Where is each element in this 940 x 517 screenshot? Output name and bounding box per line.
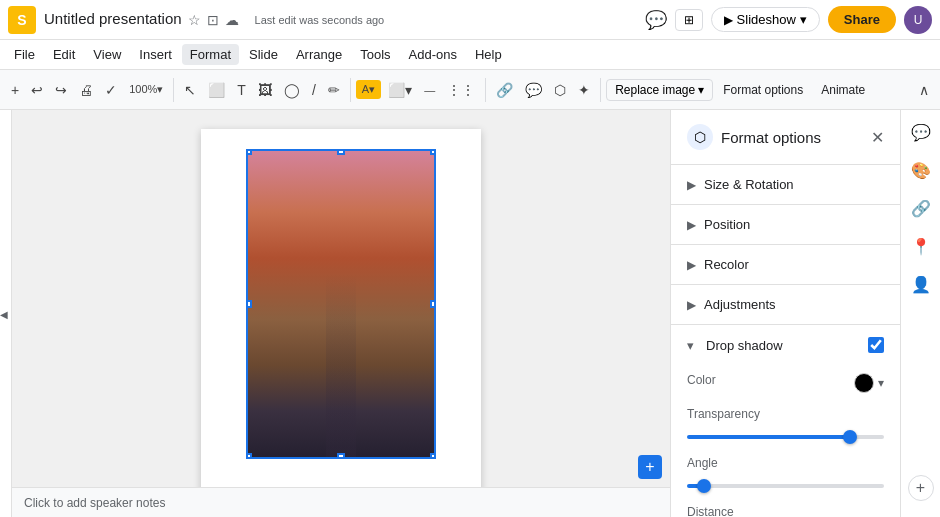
topbar: S Untitled presentation ☆ ⊡ ☁ Last edit … xyxy=(0,0,940,40)
shapes-button[interactable]: ◯ xyxy=(279,78,305,102)
menu-file[interactable]: File xyxy=(6,44,43,65)
replace-image-button[interactable]: Replace image ▾ xyxy=(606,79,713,101)
side-icon-link[interactable]: 🔗 xyxy=(907,194,935,222)
slide-container[interactable] xyxy=(201,129,481,499)
image-button[interactable]: 🖼 xyxy=(253,78,277,102)
handle-bl[interactable] xyxy=(246,453,252,459)
animate-button[interactable]: Animate xyxy=(813,80,873,100)
title-area: Untitled presentation ☆ ⊡ ☁ xyxy=(44,10,239,29)
link-button[interactable]: 🔗 xyxy=(491,78,518,102)
adjustments-header[interactable]: ▶ Adjustments xyxy=(671,285,900,324)
select-button[interactable]: ⬜ xyxy=(203,78,230,102)
color-swatch[interactable] xyxy=(854,373,874,393)
toolbar-separator-2 xyxy=(350,78,351,102)
canvas-area: Click to add speaker notes + xyxy=(12,110,670,517)
transparency-slider[interactable] xyxy=(687,435,884,439)
more-button[interactable]: ⋮⋮ xyxy=(442,78,480,102)
zoom-in-button[interactable]: + xyxy=(6,78,24,102)
menu-arrange[interactable]: Arrange xyxy=(288,44,350,65)
add-element-button[interactable]: + xyxy=(638,455,662,479)
share-button[interactable]: Share xyxy=(828,6,896,33)
menu-format[interactable]: Format xyxy=(182,44,239,65)
handle-bc[interactable] xyxy=(337,453,345,459)
print-button[interactable]: 🖨 xyxy=(74,78,98,102)
panel-collapse-arrow[interactable]: ◀ xyxy=(0,308,8,319)
recolor-label: Recolor xyxy=(704,257,749,272)
color-label: Color xyxy=(687,373,716,387)
speaker-notes-bar[interactable]: Click to add speaker notes xyxy=(12,487,670,517)
size-rotation-header[interactable]: ▶ Size & Rotation xyxy=(671,165,900,204)
panel-icon: ⬡ xyxy=(687,124,713,150)
replace-image-dropdown: ▾ xyxy=(698,83,704,97)
menu-view[interactable]: View xyxy=(85,44,129,65)
cloud-icon[interactable]: ☁ xyxy=(225,12,239,28)
handle-mr[interactable] xyxy=(430,300,436,308)
apps-grid-button[interactable]: ⊞ xyxy=(675,9,703,31)
angle-slider[interactable] xyxy=(687,484,884,488)
toolbar-collapse-button[interactable]: ∧ xyxy=(914,78,934,102)
menu-insert[interactable]: Insert xyxy=(131,44,180,65)
handle-tc[interactable] xyxy=(337,149,345,155)
cursor-button[interactable]: ↖ xyxy=(179,78,201,102)
distance-control: Distance xyxy=(687,505,884,517)
dropshadow-header[interactable]: ▾ Drop shadow xyxy=(671,325,900,365)
avatar[interactable]: U xyxy=(904,6,932,34)
crop-button[interactable]: ⬡ xyxy=(549,78,571,102)
adjustments-label: Adjustments xyxy=(704,297,776,312)
side-icon-person[interactable]: 👤 xyxy=(907,270,935,298)
toolbar-separator-1 xyxy=(173,78,174,102)
comment-toolbar-button[interactable]: 💬 xyxy=(520,78,547,102)
position-header[interactable]: ▶ Position xyxy=(671,205,900,244)
color-dropdown-arrow[interactable]: ▾ xyxy=(878,376,884,390)
lines-button[interactable]: / xyxy=(307,78,321,102)
toolbar: + ↩ ↪ 🖨 ✓ 100%▾ ↖ ⬜ T 🖼 ◯ / ✏ A▾ ⬜▾ — ⋮⋮… xyxy=(0,70,940,110)
play-icon: ▶ xyxy=(724,13,733,27)
spellcheck-button[interactable]: ✓ xyxy=(100,78,122,102)
slide-panel: ◀ xyxy=(0,110,12,517)
handle-tl[interactable] xyxy=(246,149,252,155)
drive-icon[interactable]: ⊡ xyxy=(207,12,219,28)
side-icon-map[interactable]: 📍 xyxy=(907,232,935,260)
recolor-header[interactable]: ▶ Recolor xyxy=(671,245,900,284)
effects-button[interactable]: ✦ xyxy=(573,78,595,102)
comment-button[interactable]: 💬 xyxy=(645,9,667,31)
app-icon: S xyxy=(8,6,36,34)
dropshadow-checkbox[interactable] xyxy=(868,337,884,353)
menu-addons[interactable]: Add-ons xyxy=(401,44,465,65)
undo-button[interactable]: ↩ xyxy=(26,78,48,102)
star-icon[interactable]: ☆ xyxy=(188,12,201,28)
slide-image[interactable] xyxy=(246,149,436,459)
toolbar-separator-4 xyxy=(600,78,601,102)
redo-button[interactable]: ↪ xyxy=(50,78,72,102)
distance-label: Distance xyxy=(687,505,884,517)
handle-ml[interactable] xyxy=(246,300,252,308)
text-button[interactable]: T xyxy=(232,78,251,102)
slideshow-button[interactable]: ▶ Slideshow ▾ xyxy=(711,7,820,32)
side-plus-button[interactable]: + xyxy=(908,475,934,501)
transparency-label: Transparency xyxy=(687,407,884,421)
fill-button[interactable]: A▾ xyxy=(356,80,381,99)
side-icon-palette[interactable]: 🎨 xyxy=(907,156,935,184)
recolor-chevron: ▶ xyxy=(687,258,696,272)
topbar-right: 💬 ⊞ ▶ Slideshow ▾ Share U xyxy=(645,6,932,34)
font-size-button[interactable]: — xyxy=(419,80,440,100)
panel-close-button[interactable]: ✕ xyxy=(871,128,884,147)
pen-button[interactable]: ✏ xyxy=(323,78,345,102)
position-label: Position xyxy=(704,217,750,232)
doc-title[interactable]: Untitled presentation xyxy=(44,10,182,27)
menu-slide[interactable]: Slide xyxy=(241,44,286,65)
panel-header: ⬡ Format options ✕ xyxy=(671,110,900,165)
color-control: Color ▾ xyxy=(687,373,884,393)
zoom-select[interactable]: 100%▾ xyxy=(124,79,168,100)
handle-br[interactable] xyxy=(430,453,436,459)
menu-tools[interactable]: Tools xyxy=(352,44,398,65)
side-icon-chat[interactable]: 💬 xyxy=(907,118,935,146)
menu-help[interactable]: Help xyxy=(467,44,510,65)
format-options-button[interactable]: Format options xyxy=(715,80,811,100)
handle-tr[interactable] xyxy=(430,149,436,155)
size-rotation-section: ▶ Size & Rotation xyxy=(671,165,900,205)
border-button[interactable]: ⬜▾ xyxy=(383,78,417,102)
dropshadow-section: ▾ Drop shadow Color ▾ xyxy=(671,325,900,517)
dropshadow-content: Color ▾ Transparency Angle xyxy=(671,365,900,517)
menu-edit[interactable]: Edit xyxy=(45,44,83,65)
